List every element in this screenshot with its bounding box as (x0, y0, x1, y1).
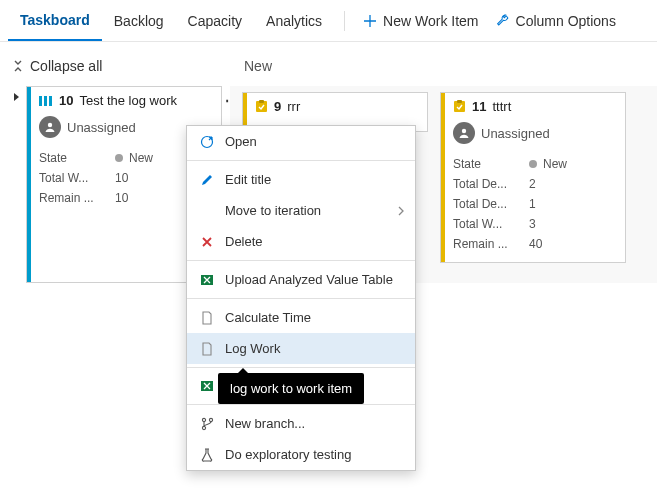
tab-taskboard[interactable]: Taskboard (8, 0, 102, 41)
wrench-icon (495, 13, 510, 28)
menu-label: Calculate Time (225, 310, 311, 325)
task-card[interactable]: 11 tttrt Unassigned StateNew Total De...… (440, 92, 626, 263)
tooltip: log work to work item (218, 373, 364, 404)
column-options-label: Column Options (516, 13, 616, 29)
menu-exploratory-testing[interactable]: Do exploratory testing (187, 439, 415, 470)
field-label: Total De... (453, 177, 529, 191)
avatar-icon (39, 116, 61, 138)
pbi-id: 10 (59, 93, 73, 108)
field-value: 2 (529, 177, 617, 191)
context-menu: Open Edit title Move to iteration Delete… (186, 125, 416, 471)
menu-edit-title[interactable]: Edit title (187, 164, 415, 195)
plus-icon (363, 14, 377, 28)
field-label: Remain ... (453, 237, 529, 251)
field-label: Total W... (453, 217, 529, 231)
menu-label: New branch... (225, 416, 305, 431)
excel-icon (199, 379, 215, 393)
column-options-button[interactable]: Column Options (487, 9, 624, 33)
column-header-new: New (230, 52, 657, 86)
svg-point-13 (202, 426, 205, 429)
field-label: Remain ... (39, 191, 115, 205)
board: Collapse all New (0, 42, 657, 86)
task-type-icon (255, 100, 268, 113)
task-stripe (441, 93, 445, 262)
menu-label: Edit title (225, 172, 271, 187)
tab-capacity[interactable]: Capacity (176, 0, 254, 41)
menu-separator (187, 367, 415, 368)
status-dot-icon (115, 154, 123, 162)
tab-analytics[interactable]: Analytics (254, 0, 334, 41)
svg-rect-0 (39, 96, 42, 106)
assignee[interactable]: Unassigned (453, 122, 617, 144)
tooltip-text: log work to work item (230, 381, 352, 396)
task-type-icon (453, 100, 466, 113)
menu-upload-table[interactable]: Upload Analyzed Value Table (187, 264, 415, 295)
flask-icon (199, 448, 215, 462)
expander-icon[interactable] (12, 92, 22, 108)
menu-move-iteration[interactable]: Move to iteration (187, 195, 415, 226)
menu-label: Move to iteration (225, 203, 321, 218)
menu-calculate-time[interactable]: Calculate Time (187, 302, 415, 333)
task-title: rrr (287, 99, 300, 114)
pbi-type-icon (39, 95, 53, 107)
pbi-stripe (27, 87, 31, 282)
menu-log-work[interactable]: Log Work (187, 333, 415, 364)
task-id: 11 (472, 99, 486, 114)
svg-rect-1 (44, 96, 47, 106)
collapse-all-button[interactable]: Collapse all (12, 52, 222, 86)
pencil-icon (199, 173, 215, 187)
menu-open[interactable]: Open (187, 126, 415, 157)
collapse-icon (12, 60, 24, 72)
menu-label: Delete (225, 234, 263, 249)
task-id: 9 (274, 99, 281, 114)
field-label: State (453, 157, 529, 171)
svg-rect-5 (259, 100, 264, 103)
svg-point-12 (202, 418, 205, 421)
svg-point-3 (48, 123, 52, 127)
tabs: Taskboard Backlog Capacity Analytics (8, 0, 334, 41)
menu-label: Open (225, 134, 257, 149)
menu-new-branch[interactable]: New branch... (187, 408, 415, 439)
field-label: Total De... (453, 197, 529, 211)
pbi-title: Test the log work (79, 93, 177, 108)
new-work-item-label: New Work Item (383, 13, 478, 29)
field-value: New (529, 157, 617, 171)
document-icon (199, 311, 215, 325)
menu-separator (187, 298, 415, 299)
field-value: 40 (529, 237, 617, 251)
delete-icon (199, 236, 215, 248)
field-value: 1 (529, 197, 617, 211)
field-label: Total W... (39, 171, 115, 185)
document-icon (199, 342, 215, 356)
menu-separator (187, 160, 415, 161)
svg-rect-2 (49, 96, 52, 106)
branch-icon (199, 417, 215, 431)
backlog-column: Collapse all (0, 52, 230, 86)
excel-icon (199, 273, 215, 287)
field-value: 3 (529, 217, 617, 231)
task-fields: StateNew Total De...2 Total De...1 Total… (453, 154, 617, 254)
svg-point-14 (209, 418, 212, 421)
menu-separator (187, 260, 415, 261)
avatar-icon (453, 122, 475, 144)
svg-point-8 (462, 129, 466, 133)
menu-delete[interactable]: Delete (187, 226, 415, 257)
svg-rect-7 (457, 100, 462, 103)
assignee-label: Unassigned (67, 120, 136, 135)
open-icon (199, 135, 215, 149)
menu-label: Upload Analyzed Value Table (225, 272, 393, 287)
status-dot-icon (529, 160, 537, 168)
menu-label: Log Work (225, 341, 280, 356)
separator (344, 11, 345, 31)
top-toolbar: Taskboard Backlog Capacity Analytics New… (0, 0, 657, 42)
tab-backlog[interactable]: Backlog (102, 0, 176, 41)
collapse-all-label: Collapse all (30, 58, 102, 74)
task-title: tttrt (492, 99, 511, 114)
menu-label: Do exploratory testing (225, 447, 351, 462)
menu-separator (187, 404, 415, 405)
new-work-item-button[interactable]: New Work Item (355, 9, 486, 33)
field-label: State (39, 151, 115, 165)
assignee-label: Unassigned (481, 126, 550, 141)
chevron-right-icon (397, 206, 405, 216)
state-columns: New (230, 52, 657, 86)
